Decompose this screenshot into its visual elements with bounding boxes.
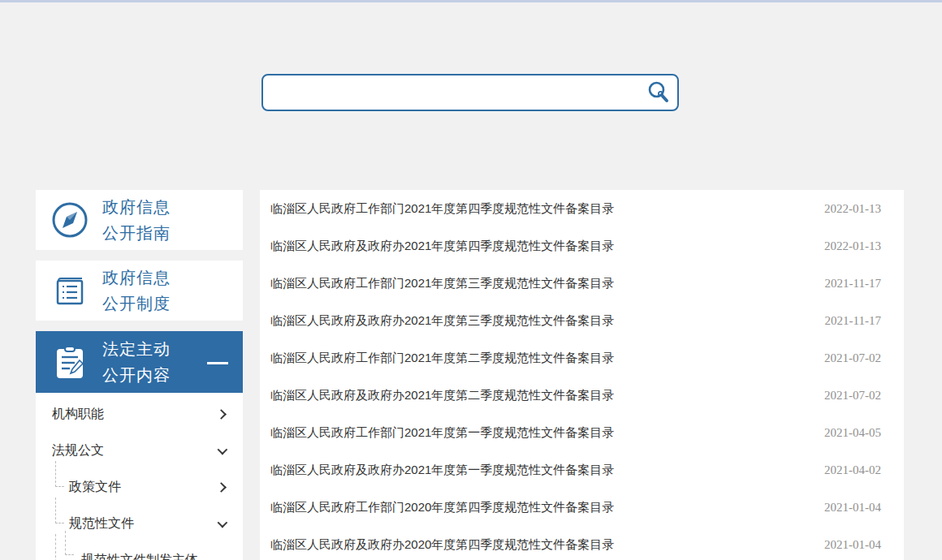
sidebar-item-label: 政府信息 公开指南 — [102, 194, 171, 246]
document-title-link[interactable]: 临淄区人民政府工作部门2020年度第四季度规范性文件备案目录 — [270, 500, 808, 515]
document-date: 2021-01-04 — [824, 501, 881, 515]
document-date: 2021-11-17 — [825, 314, 881, 328]
document-title-link[interactable]: 临淄区人民政府及政府办2020年度第四季度规范性文件备案目录 — [270, 537, 808, 553]
list-item[interactable]: 临淄区人民政府及政府办2021年度第四季度规范性文件备案目录 2022-01-1… — [260, 227, 904, 265]
search-icon — [646, 96, 672, 108]
tree-connector — [65, 531, 74, 555]
document-date: 2021-01-04 — [824, 538, 881, 552]
tree-connector — [55, 534, 56, 560]
list-item[interactable]: 临淄区人民政府及政府办2020年度第四季度规范性文件备案目录 2021-01-0… — [260, 526, 904, 560]
sidebar-item-statutory-disclosure[interactable]: 法定主动 公开内容 — [36, 331, 243, 393]
collapse-minus-icon[interactable] — [207, 362, 228, 364]
chevron-down-icon — [218, 445, 228, 455]
tree-connector — [55, 498, 64, 523]
document-date: 2021-07-02 — [824, 389, 881, 403]
search-input[interactable] — [261, 74, 679, 111]
document-title-link[interactable]: 临淄区人民政府工作部门2021年度第四季度规范性文件备案目录 — [270, 201, 808, 217]
document-title-link[interactable]: 临淄区人民政府及政府办2021年度第四季度规范性文件备案目录 — [270, 239, 808, 254]
list-item[interactable]: 临淄区人民政府工作部门2021年度第四季度规范性文件备案目录 2022-01-1… — [260, 190, 904, 227]
document-date: 2021-07-02 — [824, 351, 881, 365]
document-list: 临淄区人民政府工作部门2021年度第四季度规范性文件备案目录 2022-01-1… — [260, 190, 904, 560]
document-title-link[interactable]: 临淄区人民政府工作部门2021年度第三季度规范性文件备案目录 — [270, 276, 809, 291]
sidebar-item-label: 法定主动 公开内容 — [102, 336, 171, 388]
document-date: 2022-01-13 — [824, 239, 881, 253]
list-item[interactable]: 临淄区人民政府及政府办2021年度第二季度规范性文件备案目录 2021-07-0… — [260, 377, 904, 414]
menu-item-label: 法规公文 — [52, 442, 218, 459]
search-bar — [261, 74, 679, 111]
document-date: 2021-11-17 — [825, 277, 881, 291]
document-title-link[interactable]: 临淄区人民政府及政府办2021年度第三季度规范性文件备案目录 — [270, 313, 809, 329]
list-item[interactable]: 临淄区人民政府及政府办2021年度第一季度规范性文件备案目录 2021-04-0… — [260, 451, 904, 489]
list-item[interactable]: 临淄区人民政府工作部门2020年度第四季度规范性文件备案目录 2021-01-0… — [260, 489, 904, 526]
list-item[interactable]: 临淄区人民政府工作部门2021年度第一季度规范性文件备案目录 2021-04-0… — [260, 414, 904, 451]
compass-icon — [50, 200, 89, 239]
sidebar-item-org-functions[interactable]: 机构职能 — [36, 396, 243, 433]
sidebar-item-disclosure-guide[interactable]: 政府信息 公开指南 — [36, 190, 243, 250]
chevron-down-icon — [218, 518, 228, 528]
sidebar: 政府信息 公开指南 政府信息 公开制度 — [36, 190, 243, 560]
sidebar-item-label: 政府信息 公开制度 — [102, 265, 171, 317]
document-title-link[interactable]: 临淄区人民政府工作部门2021年度第二季度规范性文件备案目录 — [270, 351, 808, 366]
search-button[interactable] — [645, 80, 672, 106]
menu-item-label: 规范性文件 — [69, 515, 218, 532]
menu-item-label: 政策文件 — [69, 479, 218, 496]
list-item[interactable]: 临淄区人民政府及政府办2021年度第三季度规范性文件备案目录 2021-11-1… — [260, 302, 904, 339]
list-item[interactable]: 临淄区人民政府工作部门2021年度第二季度规范性文件备案目录 2021-07-0… — [260, 339, 904, 377]
chevron-right-icon — [216, 482, 227, 493]
list-item[interactable]: 临淄区人民政府工作部门2021年度第三季度规范性文件备案目录 2021-11-1… — [260, 265, 904, 302]
clipboard-pencil-icon — [50, 342, 89, 381]
menu-item-label: 规范性文件制发主体 — [81, 552, 225, 560]
sidebar-item-normative-doc-issuers[interactable]: 规范性文件制发主体 — [36, 542, 243, 560]
page: { "page": { "background_color": "#f1f1f2… — [0, 0, 942, 560]
document-date: 2021-04-05 — [824, 426, 881, 440]
document-title-link[interactable]: 临淄区人民政府及政府办2021年度第二季度规范性文件备案目录 — [270, 388, 808, 403]
sidebar-submenu: 机构职能 法规公文 政策文件 规范性文件 规范性文件制发主体 — [36, 393, 243, 560]
document-date: 2022-01-13 — [824, 202, 881, 216]
document-title-link[interactable]: 临淄区人民政府及政府办2021年度第一季度规范性文件备案目录 — [270, 463, 808, 478]
chevron-right-icon — [216, 409, 227, 420]
sidebar-item-policy-documents[interactable]: 政策文件 — [36, 469, 243, 506]
document-date: 2021-04-02 — [824, 463, 881, 477]
sidebar-item-regulations-documents[interactable]: 法规公文 — [36, 433, 243, 469]
tree-connector — [55, 461, 64, 487]
ledger-icon — [50, 271, 89, 310]
sidebar-item-disclosure-system[interactable]: 政府信息 公开制度 — [36, 261, 243, 321]
menu-item-label: 机构职能 — [52, 406, 218, 423]
document-title-link[interactable]: 临淄区人民政府工作部门2021年度第一季度规范性文件备案目录 — [270, 425, 808, 441]
